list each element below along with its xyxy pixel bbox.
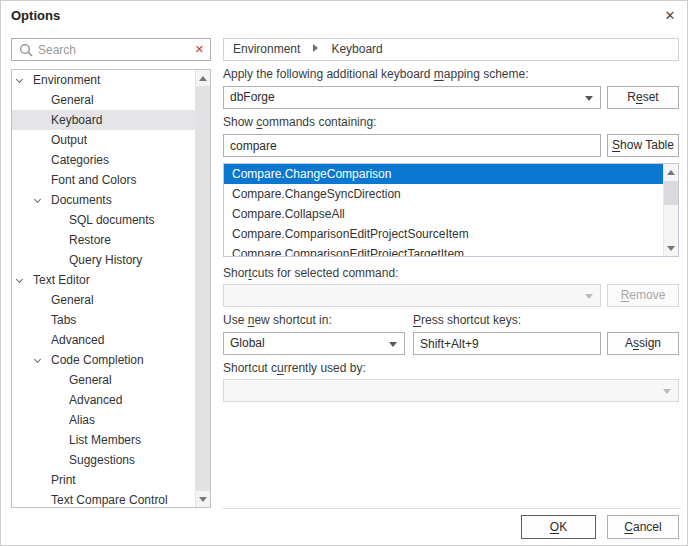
tree-item-label: Restore <box>69 233 111 247</box>
cancel-button[interactable]: Cancel <box>607 515 679 539</box>
show-commands-label: Show commands containing: <box>223 115 376 129</box>
tree-item-code-completion[interactable]: Code Completion <box>12 350 195 370</box>
tree-item-label: General <box>69 373 112 387</box>
tree-item-label: General <box>51 93 94 107</box>
reset-button[interactable]: Reset <box>607 86 679 109</box>
tree-item-restore[interactable]: Restore <box>12 230 195 250</box>
tree-item-label: Tabs <box>51 313 76 327</box>
dialog-title: Options <box>11 8 60 23</box>
press-shortcut-keys-label: Press shortcut keys: <box>413 313 521 327</box>
command-list-item[interactable]: Compare.ComparisonEditProjectTargetItem <box>224 244 663 256</box>
show-table-button[interactable]: Show Table <box>607 134 679 157</box>
search-input[interactable]: Search ✕ <box>11 38 211 61</box>
chevron-expanded-icon[interactable] <box>16 76 23 83</box>
chevron-expanded-icon[interactable] <box>34 356 41 363</box>
tree-scrollbar-thumb[interactable] <box>196 86 211 491</box>
options-dialog: Options ✕ Search ✕ EnvironmentGeneralKey… <box>0 0 688 546</box>
breadcrumb: EnvironmentKeyboard <box>223 38 679 61</box>
tree-item-font-and-colors[interactable]: Font and Colors <box>12 170 195 190</box>
command-list-content: Compare.ChangeComparisonCompare.ChangeSy… <box>224 164 663 256</box>
options-tree: EnvironmentGeneralKeyboardOutputCategori… <box>11 69 211 508</box>
breadcrumb-item-environment[interactable]: Environment <box>233 42 300 56</box>
tree-item-alias[interactable]: Alias <box>12 410 195 430</box>
chevron-down-icon <box>585 294 593 299</box>
tree-item-label: Code Completion <box>51 353 144 367</box>
tree-item-suggestions[interactable]: Suggestions <box>12 450 195 470</box>
breadcrumb-item-keyboard[interactable]: Keyboard <box>331 42 382 56</box>
tree-item-documents[interactable]: Documents <box>12 190 195 210</box>
tree-item-label: Query History <box>69 253 142 267</box>
command-list-item[interactable]: Compare.ComparisonEditProjectSourceItem <box>224 224 663 244</box>
tree-item-label: Categories <box>51 153 109 167</box>
tree-item-keyboard[interactable]: Keyboard <box>12 110 195 130</box>
tree-item-output[interactable]: Output <box>12 130 195 150</box>
tree-item-label: Keyboard <box>51 113 102 127</box>
mapping-scheme-value: dbForge <box>230 90 275 104</box>
assign-button[interactable]: Assign <box>607 332 679 355</box>
chevron-down-icon <box>585 96 593 101</box>
tree-item-advanced[interactable]: Advanced <box>12 330 195 350</box>
tree-item-advanced[interactable]: Advanced <box>12 390 195 410</box>
tree-item-text-compare-control[interactable]: Text Compare Control <box>12 490 195 507</box>
command-list: Compare.ChangeComparisonCompare.ChangeSy… <box>223 163 679 257</box>
tree-item-label: Documents <box>51 193 112 207</box>
ok-button[interactable]: OK <box>521 515 596 539</box>
scroll-down-icon[interactable] <box>196 491 211 507</box>
chevron-down-icon <box>389 342 397 347</box>
tree-item-query-history[interactable]: Query History <box>12 250 195 270</box>
mapping-scheme-label: Apply the following additional keyboard … <box>223 67 529 81</box>
tree-item-label: List Members <box>69 433 141 447</box>
tree-item-label: Environment <box>33 73 100 87</box>
chevron-down-icon <box>663 389 671 394</box>
tree-item-label: Alias <box>69 413 95 427</box>
tree-item-general[interactable]: General <box>12 90 195 110</box>
command-filter-input[interactable] <box>223 134 601 157</box>
scroll-down-icon[interactable] <box>664 240 679 256</box>
tree-item-text-editor[interactable]: Text Editor <box>12 270 195 290</box>
tree-item-tabs[interactable]: Tabs <box>12 310 195 330</box>
tree-item-label: Advanced <box>69 393 122 407</box>
shortcuts-combo <box>223 284 601 307</box>
tree-item-general[interactable]: General <box>12 290 195 310</box>
tree-item-label: General <box>51 293 94 307</box>
shortcut-scope-value: Global <box>230 336 265 350</box>
scroll-up-icon[interactable] <box>664 164 679 180</box>
clear-search-icon[interactable]: ✕ <box>195 43 204 56</box>
tree-scrollbar[interactable] <box>195 70 210 507</box>
tree-item-sql-documents[interactable]: SQL documents <box>12 210 195 230</box>
search-placeholder: Search <box>38 43 76 57</box>
tree-item-environment[interactable]: Environment <box>12 70 195 90</box>
tree-item-categories[interactable]: Categories <box>12 150 195 170</box>
tree-item-label: Advanced <box>51 333 104 347</box>
used-by-combo <box>223 379 679 402</box>
tree-item-label: Suggestions <box>69 453 135 467</box>
use-new-shortcut-label: Use new shortcut in: <box>223 313 332 327</box>
remove-button: Remove <box>607 284 679 307</box>
shortcut-keys-input[interactable] <box>413 332 601 355</box>
breadcrumb-separator-icon <box>313 44 318 52</box>
tree-item-label: Print <box>51 473 76 487</box>
scroll-up-icon[interactable] <box>196 70 211 86</box>
close-icon[interactable]: ✕ <box>659 6 681 26</box>
chevron-expanded-icon[interactable] <box>16 276 23 283</box>
tree-item-print[interactable]: Print <box>12 470 195 490</box>
tree-item-label: Font and Colors <box>51 173 136 187</box>
tree-item-label: Text Compare Control <box>51 493 168 507</box>
mapping-scheme-combo[interactable]: dbForge <box>223 86 601 109</box>
options-tree-content: EnvironmentGeneralKeyboardOutputCategori… <box>12 70 195 507</box>
command-list-item[interactable]: Compare.ChangeSyncDirection <box>224 184 663 204</box>
search-icon <box>19 43 34 58</box>
command-list-item[interactable]: Compare.ChangeComparison <box>224 164 663 184</box>
command-list-scrollbar[interactable] <box>663 164 678 256</box>
command-list-item[interactable]: Compare.CollapseAll <box>224 204 663 224</box>
tree-item-label: SQL documents <box>69 213 155 227</box>
tree-item-label: Output <box>51 133 87 147</box>
used-by-label: Shortcut currently used by: <box>223 361 366 375</box>
tree-item-general[interactable]: General <box>12 370 195 390</box>
footer-separator <box>223 508 681 509</box>
shortcut-scope-combo[interactable]: Global <box>223 332 405 355</box>
tree-item-list-members[interactable]: List Members <box>12 430 195 450</box>
chevron-expanded-icon[interactable] <box>34 196 41 203</box>
tree-item-label: Text Editor <box>33 273 90 287</box>
command-list-scrollbar-thumb[interactable] <box>664 181 679 205</box>
